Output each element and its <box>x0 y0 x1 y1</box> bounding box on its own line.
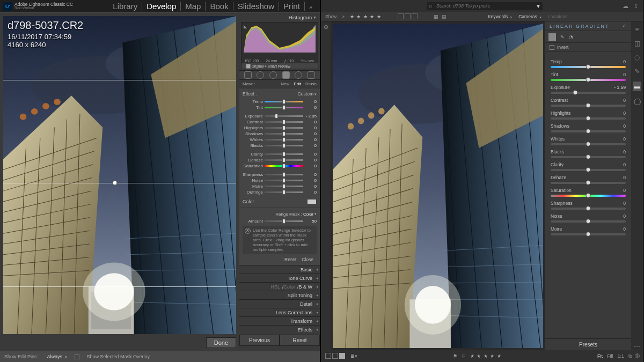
mask-brush[interactable]: Brush <box>305 82 317 86</box>
cc-dehaze-value[interactable]: 0 <box>623 175 626 180</box>
section-transform[interactable]: Transform <box>239 316 320 325</box>
section-tone-curve[interactable]: Tone Curve <box>239 274 320 282</box>
slider-highlights-track[interactable] <box>265 127 303 129</box>
slider-contrast-track[interactable] <box>265 121 303 123</box>
cc-dehaze-slider[interactable] <box>551 182 626 184</box>
slider-whites-value[interactable]: 0 <box>305 137 317 142</box>
compare-icon[interactable]: ⧉ <box>628 353 632 359</box>
search-input[interactable] <box>427 2 534 10</box>
panel-close[interactable]: Close <box>302 257 313 262</box>
color-swatch[interactable] <box>307 199 317 204</box>
grid-small-icon[interactable] <box>325 353 331 359</box>
slider-moire-value[interactable]: 0 <box>305 184 317 189</box>
radial-grad-icon[interactable]: ◯ <box>634 98 641 105</box>
section-effects[interactable]: Effects <box>239 325 320 334</box>
cc-temp-slider[interactable] <box>551 66 626 68</box>
edit-icon[interactable]: ≡ <box>635 26 639 33</box>
crop-icon[interactable]: ◫ <box>634 40 640 47</box>
module-book[interactable]: Book <box>206 2 233 11</box>
slider-temp-value[interactable]: 0 <box>305 99 317 104</box>
spot-tool-icon[interactable] <box>257 71 264 79</box>
one-to-one-button[interactable]: 1:1 <box>617 353 624 359</box>
slider-dehaze-track[interactable] <box>265 159 303 161</box>
cc-highlights-value[interactable]: 0 <box>623 110 626 116</box>
brush-tool-icon[interactable] <box>308 71 315 79</box>
slider-defringe-track[interactable] <box>265 191 303 193</box>
slider-exposure-value[interactable]: - 2.05 <box>305 114 317 119</box>
share-icon[interactable]: ⇪ <box>634 3 639 10</box>
cc-highlights-slider[interactable] <box>551 117 626 120</box>
cc-contrast-value[interactable]: 0 <box>623 98 626 103</box>
previous-button[interactable]: Previous <box>239 335 280 346</box>
cc-blacks-value[interactable]: 0 <box>623 149 626 154</box>
filter-button[interactable]: ▼ <box>534 2 543 10</box>
slider-defringe-value[interactable]: 0 <box>305 190 317 195</box>
module-print[interactable]: Print <box>279 2 305 11</box>
redeye-tool-icon[interactable] <box>269 71 277 79</box>
section-hsl[interactable]: HSL / Color / B & W <box>239 282 320 291</box>
erase-tool-icon[interactable]: ◔ <box>569 34 573 40</box>
slider-saturation-value[interactable]: 0 <box>305 164 317 168</box>
slider-saturation-track[interactable] <box>265 165 303 167</box>
cc-whites-slider[interactable] <box>551 143 626 145</box>
more-icon[interactable]: ⋯ <box>634 343 640 350</box>
slider-contrast-value[interactable]: 0 <box>305 120 317 124</box>
clip-left-icon[interactable]: ◣ <box>244 24 247 29</box>
slider-shadows-value[interactable]: 0 <box>305 131 317 136</box>
slider-blacks-value[interactable]: 0 <box>305 143 317 148</box>
slider-clarity-value[interactable]: 0 <box>305 152 317 157</box>
cc-tint-slider[interactable] <box>551 79 626 81</box>
section-basic[interactable]: Basic <box>239 265 320 274</box>
cc-sharpness-value[interactable]: 0 <box>623 201 626 206</box>
gradient-line-mid[interactable] <box>3 183 236 183</box>
radial-tool-icon[interactable] <box>295 71 302 79</box>
cc-exposure-value[interactable]: - 1.59 <box>614 85 626 90</box>
eyedropper-icon[interactable]: ⦿ <box>245 228 251 234</box>
reset-button[interactable]: Reset <box>280 335 320 346</box>
flag-icon[interactable]: ⚑ <box>453 353 457 359</box>
range-mask-value[interactable]: Color <box>303 212 313 217</box>
module-slideshow[interactable]: Slideshow <box>233 2 279 11</box>
pins-mode[interactable]: Always ▾ <box>47 354 67 359</box>
section-split[interactable]: Split Toning <box>239 291 320 299</box>
undo-icon[interactable]: ↶ <box>623 24 627 29</box>
invert-row[interactable]: Invert <box>545 43 631 52</box>
cc-temp-value[interactable]: 0 <box>623 59 626 64</box>
brush-icon[interactable]: ✎ <box>634 68 640 75</box>
cc-noise-slider[interactable] <box>551 220 626 223</box>
heal-icon[interactable]: ◌ <box>634 54 640 61</box>
cc-preview[interactable] <box>333 24 543 348</box>
linear-grad-icon[interactable]: ▬ <box>633 82 641 91</box>
slider-tint-value[interactable]: 0 <box>305 105 317 110</box>
amount-value[interactable]: 50 <box>305 219 317 224</box>
cc-saturation-slider[interactable] <box>551 195 626 197</box>
effect-value[interactable]: Custom▾ <box>298 91 317 97</box>
panel-reset[interactable]: Reset <box>284 257 296 262</box>
mask-edit[interactable]: Edit <box>294 82 301 86</box>
slider-exposure-track[interactable] <box>265 115 303 117</box>
cc-moire-slider[interactable] <box>551 233 626 235</box>
presets-button[interactable]: Presets <box>545 338 631 350</box>
view-icon-1[interactable]: ▦ <box>434 14 438 19</box>
reject-icon[interactable]: ⚐ <box>462 353 466 359</box>
slider-noise-track[interactable] <box>265 180 303 181</box>
gradient-line-bottom[interactable] <box>3 286 236 287</box>
histogram-header[interactable]: Histogram▼ <box>239 13 320 22</box>
gradient-tool-icon[interactable] <box>282 71 290 79</box>
view-icon-2[interactable]: ▤ <box>442 14 447 19</box>
amount-slider[interactable] <box>265 220 303 222</box>
cc-shadows-value[interactable]: 0 <box>623 123 626 129</box>
invert-checkbox[interactable] <box>550 45 554 50</box>
grid-med-icon[interactable] <box>332 353 338 359</box>
cc-whites-value[interactable]: 0 <box>623 136 626 142</box>
slider-temp-track[interactable] <box>265 101 303 102</box>
preview-area[interactable]: d798-5037.CR2 16/11/2017 07:34:59 4160 x… <box>3 16 236 334</box>
mask-new[interactable]: New <box>281 82 289 86</box>
keywords-dropdown[interactable]: Keywords <box>488 14 513 19</box>
fill-button[interactable]: Fill <box>607 353 613 359</box>
done-button[interactable]: Done <box>206 337 236 348</box>
slider-whites-track[interactable] <box>265 139 303 141</box>
star-filter[interactable]: ★ ★ ★ ★ ★ <box>350 14 382 19</box>
section-detail[interactable]: Detail <box>239 299 320 308</box>
slider-sharpness-value[interactable]: 0 <box>305 172 317 177</box>
